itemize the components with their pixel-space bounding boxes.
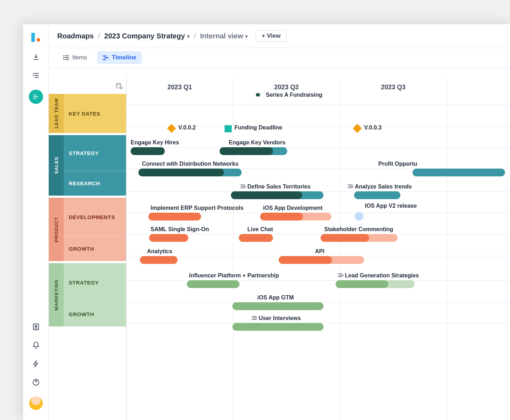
app-frame: Roadmaps / 2023 Company Strategy▾ / Inte…: [23, 24, 510, 420]
list-icon: [63, 55, 69, 60]
group-block: LEAD TEAMKEY DATES: [49, 94, 126, 133]
bar-label: API: [315, 248, 325, 254]
bar-label: Connect with Distribution Networks: [142, 161, 238, 167]
timeline-row: Series A Fundraising: [126, 94, 510, 115]
crumb-project[interactable]: 2023 Company Strategy▾: [104, 32, 190, 40]
timeline-row: Connect with Distribution NetworksProfit…: [126, 158, 510, 179]
group-label[interactable]: LEAD TEAM: [49, 94, 64, 133]
square-icon: [225, 125, 232, 132]
milestone[interactable]: V.0.0.3: [354, 125, 361, 132]
chevron-down-icon: ▾: [245, 33, 248, 39]
subgroup-label[interactable]: KEY DATES: [64, 94, 126, 133]
bar-label: Influencer Platform + Partnership: [189, 272, 279, 278]
milestone-label: V.0.0.3: [364, 124, 382, 131]
bar-label: Profit Opportu: [378, 161, 417, 167]
subgroup-label[interactable]: STRATEGY: [64, 263, 126, 302]
milestone-label: V.0.0.2: [178, 124, 196, 131]
subgroup-label[interactable]: DEVELOPMENTS: [64, 198, 126, 236]
svg-point-1: [37, 38, 40, 42]
group-block: PRODUCTDEVELOPMENTSGROWTH: [49, 198, 126, 261]
circle-icon: [355, 212, 363, 220]
timeline-row: Influencer Platform + PartnershipLead Ge…: [126, 270, 510, 291]
bar-label: Analyze Sales trends: [355, 184, 412, 190]
timeline-row: V.0.0.2Funding DeadlineV.0.0.3: [126, 115, 510, 137]
bar-label: User Interviews: [259, 315, 301, 321]
bar-label: Engage Key Hires: [131, 139, 179, 145]
timeline-row: iOS App GTM: [126, 292, 510, 313]
tab-timeline[interactable]: Timeline: [97, 51, 142, 64]
group-block: MARKETINGSTRATEGYGROWTH: [49, 263, 126, 326]
bar-label: iOS App Development: [263, 205, 322, 211]
bar-label: Live Chat: [247, 226, 273, 232]
bar-label: Engage Key Vendors: [229, 139, 285, 145]
crumb-view[interactable]: Internal view▾: [200, 32, 248, 40]
chevron-down-icon: ▾: [187, 33, 190, 39]
group-label[interactable]: SALES: [49, 135, 64, 196]
subgroup-label[interactable]: GROWTH: [64, 236, 126, 261]
groups-column: LEAD TEAMKEY DATESSALESSTRATEGYRESEARCHP…: [49, 68, 126, 420]
diamond-icon: [167, 124, 176, 133]
timeline-row: Define Sales TerritoriesAnalyze Sales tr…: [126, 181, 510, 202]
timeline-nav-icon[interactable]: [29, 90, 43, 104]
timeline: LEAD TEAMKEY DATESSALESSTRATEGYRESEARCHP…: [49, 68, 510, 420]
list-check-icon[interactable]: [32, 71, 40, 80]
timeline-row: Implement ERP Support ProtocolsiOS App D…: [126, 202, 510, 223]
view-tabs: Items Timeline: [49, 48, 510, 68]
milestone[interactable]: V.0.0.2: [168, 125, 175, 132]
subtask-icon: [338, 273, 343, 278]
calendar-settings-icon[interactable]: [115, 82, 123, 91]
bar-label: Implement ERP Support Protocols: [151, 205, 243, 211]
quarter-label: 2023 Q1: [126, 71, 233, 91]
svg-rect-0: [31, 33, 35, 42]
subtask-icon: [348, 185, 353, 189]
add-view-button[interactable]: + View: [256, 30, 286, 42]
flag-icon: [254, 92, 264, 101]
group-block: SALESSTRATEGYRESEARCH: [49, 135, 126, 196]
svg-point-9: [63, 59, 64, 60]
svg-rect-8: [65, 57, 69, 58]
svg-rect-12: [104, 57, 109, 58]
breadcrumb: Roadmaps / 2023 Company Strategy▾ / Inte…: [49, 24, 510, 48]
logo-icon: [31, 32, 41, 43]
main: Roadmaps / 2023 Company Strategy▾ / Inte…: [49, 24, 510, 420]
timeline-row: User Interviews: [126, 312, 510, 334]
tab-items[interactable]: Items: [57, 51, 93, 64]
quarter-label: 2023 Q2: [233, 71, 340, 91]
crumb-root[interactable]: Roadmaps: [57, 32, 94, 40]
contacts-icon[interactable]: [32, 323, 40, 331]
svg-rect-6: [65, 55, 69, 56]
svg-point-5: [63, 55, 64, 56]
quarter-label: 2023 Q3: [340, 71, 447, 91]
bar-label: iOS App GTM: [257, 294, 294, 301]
diamond-icon: [353, 124, 362, 133]
bar-label: Stakeholder Commenting: [324, 226, 393, 232]
timeline-icon: [103, 55, 109, 60]
svg-point-3: [35, 325, 37, 327]
avatar[interactable]: [29, 397, 43, 410]
milestone-flag[interactable]: Series A Fundraising: [254, 92, 264, 102]
svg-rect-10: [65, 59, 69, 60]
bar-label: Lead Generation Strategies: [345, 272, 419, 278]
help-icon[interactable]: [32, 378, 40, 387]
milestone[interactable]: IOS App V2 release: [355, 212, 363, 220]
bolt-icon[interactable]: [32, 360, 40, 368]
bar-label: Define Sales Territories: [247, 184, 311, 190]
left-sidebar: [23, 24, 49, 420]
milestone-label: IOS App V2 release: [365, 203, 417, 209]
bell-icon[interactable]: [32, 341, 40, 350]
subtask-icon: [240, 185, 245, 189]
milestone-label: Series A Fundraising: [266, 92, 322, 98]
group-label[interactable]: MARKETING: [49, 263, 64, 326]
milestone[interactable]: Funding Deadline: [225, 125, 232, 132]
group-label[interactable]: PRODUCT: [49, 198, 64, 261]
subgroup-label[interactable]: STRATEGY: [64, 135, 126, 171]
svg-point-7: [63, 57, 64, 58]
subgroup-label[interactable]: GROWTH: [64, 302, 126, 326]
quarter-header: 2023 Q1 2023 Q2 2023 Q3: [126, 68, 510, 94]
timeline-grid[interactable]: 2023 Q1 2023 Q2 2023 Q3 Series A Fundrai…: [126, 68, 510, 420]
import-icon[interactable]: [32, 53, 40, 61]
timeline-row: AnalyticsAPI: [126, 245, 510, 267]
subtask-icon: [252, 316, 257, 320]
bar-label: Analytics: [147, 248, 172, 254]
subgroup-label[interactable]: RESEARCH: [64, 171, 126, 196]
